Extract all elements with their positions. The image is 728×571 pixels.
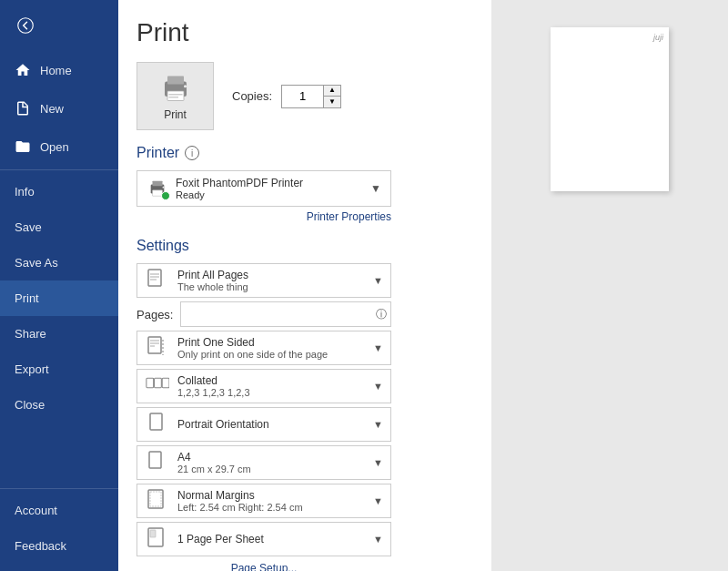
sidebar-item-home[interactable]: Home [0, 51, 118, 89]
open-icon [15, 138, 31, 155]
sidebar-item-info[interactable]: Info [0, 174, 118, 209]
sidebar-nav: Home New Open Info Save Save As Print [0, 51, 118, 484]
svg-rect-8 [153, 181, 163, 187]
orientation-title: Portrait Orientation [177, 418, 373, 431]
settings-row-paper-size[interactable]: A4 21 cm x 29.7 cm ▼ [136, 445, 391, 480]
margins-text: Normal Margins Left: 2.54 cm Right: 2.54… [177, 489, 373, 513]
settings-row-orientation[interactable]: Portrait Orientation ▼ [136, 407, 391, 442]
sidebar-item-save[interactable]: Save [0, 209, 118, 245]
print-sided-arrow: ▼ [373, 342, 383, 353]
print-sided-title: Print One Sided [177, 336, 373, 349]
print-pages-icon [145, 268, 170, 293]
paper-size-svg-icon [147, 451, 167, 474]
sidebar-item-print[interactable]: Print [0, 280, 118, 316]
copies-input[interactable] [282, 86, 323, 107]
svg-rect-4 [168, 94, 182, 96]
print-pages-arrow: ▼ [373, 275, 383, 286]
copies-down-button[interactable]: ▼ [324, 97, 340, 107]
pages-per-sheet-title: 1 Page Per Sheet [177, 533, 373, 546]
print-pages-text: Print All Pages The whole thing [177, 269, 373, 292]
sidebar-item-save-as-label: Save As [15, 256, 58, 270]
sidebar-item-open[interactable]: Open [0, 127, 118, 166]
print-pages-title: Print All Pages [177, 269, 373, 281]
margins-icon [145, 488, 170, 514]
margins-arrow: ▼ [373, 495, 383, 506]
printer-ready-indicator [161, 191, 170, 200]
sidebar-item-info-label: Info [15, 185, 35, 199]
sidebar-item-feedback[interactable]: Feedback [0, 528, 118, 564]
margins-svg-icon [147, 489, 167, 513]
copies-label: Copies: [232, 89, 272, 103]
svg-rect-21 [155, 378, 162, 387]
print-button[interactable]: Print [136, 62, 214, 130]
settings-row-collated[interactable]: Collated 1,2,3 1,2,3 1,2,3 ▼ [136, 369, 391, 403]
pages-label: Pages: [136, 308, 173, 321]
printer-dropdown-arrow: ▼ [370, 182, 381, 195]
collated-arrow: ▼ [373, 381, 383, 392]
collated-text: Collated 1,2,3 1,2,3 1,2,3 [177, 374, 373, 398]
svg-rect-15 [148, 337, 161, 353]
printer-section: Printer i Foxit PhantomPDF Printer Ready… [136, 145, 464, 223]
sidebar-item-new-label: New [40, 102, 64, 116]
preview-page-text: juji [653, 33, 663, 42]
orientation-icon [145, 412, 170, 437]
svg-point-6 [184, 85, 187, 87]
svg-rect-24 [149, 452, 161, 468]
printer-title: Printer [136, 145, 179, 161]
sidebar-item-open-label: Open [40, 140, 69, 154]
back-button[interactable] [7, 7, 44, 44]
printer-select-info: Foxit PhantomPDF Printer Ready [176, 177, 363, 200]
settings-row-print-pages[interactable]: Print All Pages The whole thing ▼ [136, 263, 391, 298]
print-icon [159, 72, 192, 105]
pages-info-icon[interactable]: ⓘ [372, 307, 390, 322]
settings-row-print-sided[interactable]: Print One Sided Only print on one side o… [136, 331, 391, 365]
sidebar-item-share-label: Share [15, 327, 46, 341]
sidebar-item-account-label: Account [15, 504, 57, 517]
page-setup-link[interactable]: Page Setup... [136, 562, 391, 571]
sidebar-item-share[interactable]: Share [0, 316, 118, 352]
svg-rect-3 [167, 91, 184, 101]
sidebar-item-export[interactable]: Export [0, 352, 118, 387]
paper-size-text: A4 21 cm x 29.7 cm [177, 451, 373, 474]
main-content: Print Print Copies: ▲ ▼ [118, 0, 491, 571]
svg-rect-20 [147, 378, 154, 387]
copies-spinners: ▲ ▼ [323, 86, 340, 107]
printer-properties-link[interactable]: Printer Properties [136, 210, 391, 223]
orientation-arrow: ▼ [373, 419, 383, 430]
collated-svg-icon [146, 374, 169, 398]
printer-select[interactable]: Foxit PhantomPDF Printer Ready ▼ [136, 170, 391, 207]
margins-title: Normal Margins [177, 489, 373, 502]
pages-input[interactable] [181, 302, 372, 326]
sidebar-item-close[interactable]: Close [0, 387, 118, 423]
copies-up-button[interactable]: ▲ [324, 86, 340, 97]
margins-subtitle: Left: 2.54 cm Right: 2.54 cm [177, 502, 373, 513]
page-icon [147, 269, 167, 292]
copies-input-wrap: ▲ ▼ [281, 85, 341, 108]
print-button-area: Print Copies: ▲ ▼ [136, 62, 464, 130]
collated-icon [145, 373, 170, 399]
preview-page: juji [551, 27, 669, 191]
printer-info-icon[interactable]: i [185, 146, 199, 160]
sidebar-item-new[interactable]: New [0, 89, 118, 127]
paper-size-arrow: ▼ [373, 457, 383, 468]
new-icon [15, 100, 31, 117]
pages-per-sheet-arrow: ▼ [373, 534, 383, 545]
svg-rect-11 [148, 270, 161, 286]
collated-title: Collated [177, 374, 373, 387]
print-pages-subtitle: The whole thing [177, 281, 373, 292]
sidebar-divider-2 [0, 488, 118, 489]
settings-row-pages-per-sheet[interactable]: 1 Page Per Sheet ▼ [136, 522, 391, 556]
printer-status: Ready [176, 189, 363, 200]
pages-per-sheet-icon [145, 526, 170, 552]
settings-row-margins[interactable]: Normal Margins Left: 2.54 cm Right: 2.54… [136, 484, 391, 518]
print-sided-text: Print One Sided Only print on one side o… [177, 336, 373, 360]
copies-area: Copies: ▲ ▼ [232, 85, 341, 108]
portrait-icon [147, 413, 167, 436]
sidebar-item-account[interactable]: Account [0, 493, 118, 528]
printer-name: Foxit PhantomPDF Printer [176, 177, 363, 189]
pages-per-sheet-svg-icon [147, 527, 167, 551]
svg-rect-22 [162, 378, 169, 387]
sidebar-item-save-as[interactable]: Save As [0, 245, 118, 280]
sidebar-item-close-label: Close [15, 398, 45, 412]
page-title: Print [136, 18, 464, 47]
